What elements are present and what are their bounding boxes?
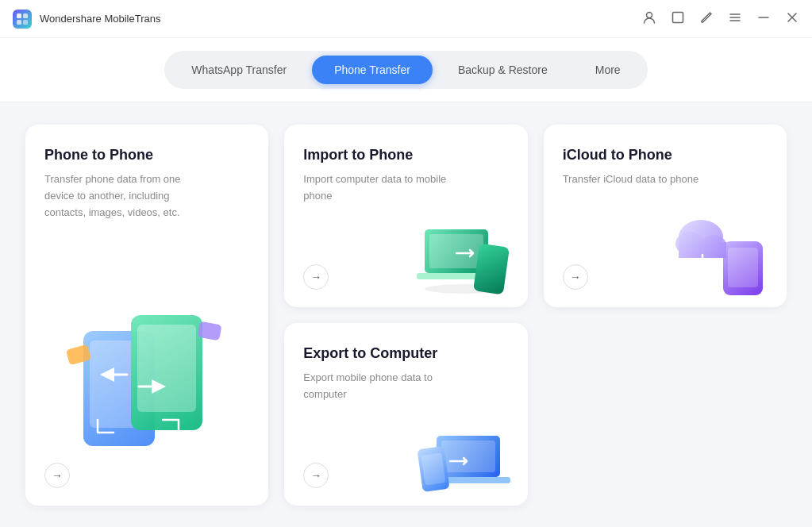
card-phone-to-phone-arrow[interactable]: → xyxy=(44,463,70,488)
card-export-to-computer[interactable]: Export to Computer Export mobile phone d… xyxy=(284,323,527,506)
empty-cell xyxy=(544,323,787,506)
profile-icon[interactable] xyxy=(642,10,656,27)
svg-rect-3 xyxy=(23,20,28,25)
title-bar: Wondershare MobileTrans xyxy=(0,0,812,38)
phone-to-phone-illustration xyxy=(60,299,234,458)
svg-rect-5 xyxy=(673,13,683,23)
window-icon[interactable] xyxy=(671,10,685,27)
card-icloud-arrow[interactable]: → xyxy=(563,264,588,290)
svg-rect-33 xyxy=(421,452,445,485)
window-controls xyxy=(642,10,799,27)
tab-phone[interactable]: Phone Transfer xyxy=(312,56,433,84)
menu-icon[interactable] xyxy=(728,10,742,27)
svg-rect-30 xyxy=(441,440,495,472)
card-icloud-title: iCloud to Phone xyxy=(563,147,768,163)
minimize-icon[interactable] xyxy=(756,10,771,27)
svg-point-4 xyxy=(647,13,652,18)
close-icon[interactable] xyxy=(785,10,799,27)
svg-rect-2 xyxy=(17,20,21,25)
icloud-illustration xyxy=(668,206,779,301)
nav-area: WhatsApp Transfer Phone Transfer Backup … xyxy=(0,38,812,102)
card-phone-to-phone-title: Phone to Phone xyxy=(44,147,249,163)
card-import-to-phone[interactable]: Import to Phone Import computer data to … xyxy=(284,125,527,307)
card-export-arrow[interactable]: → xyxy=(303,463,329,488)
app-brand: Wondershare MobileTrans xyxy=(13,10,160,29)
tab-more[interactable]: More xyxy=(573,56,643,84)
svg-rect-1 xyxy=(23,13,28,18)
tab-backup[interactable]: Backup & Restore xyxy=(436,56,570,84)
card-phone-to-phone[interactable]: Phone to Phone Transfer phone data from … xyxy=(25,125,268,506)
edit-icon[interactable] xyxy=(699,10,714,27)
svg-rect-24 xyxy=(728,248,758,287)
app-icon xyxy=(13,10,32,29)
svg-rect-15 xyxy=(137,325,196,412)
card-import-arrow[interactable]: → xyxy=(303,264,329,290)
card-import-desc: Import computer data to mobile phone xyxy=(303,171,446,205)
tab-whatsapp[interactable]: WhatsApp Transfer xyxy=(169,56,309,84)
card-icloud-desc: Transfer iCloud data to phone xyxy=(563,171,706,188)
svg-rect-20 xyxy=(429,234,483,268)
card-phone-to-phone-desc: Transfer phone data from one device to a… xyxy=(44,171,187,221)
main-content: Phone to Phone Transfer phone data from … xyxy=(0,102,812,527)
export-illustration xyxy=(409,404,520,499)
nav-tabs: WhatsApp Transfer Phone Transfer Backup … xyxy=(164,51,647,89)
svg-rect-0 xyxy=(17,13,21,18)
card-icloud-to-phone[interactable]: iCloud to Phone Transfer iCloud data to … xyxy=(544,125,787,307)
app-title: Wondershare MobileTrans xyxy=(40,13,160,25)
card-import-title: Import to Phone xyxy=(303,147,508,163)
card-export-desc: Export mobile phone data to computer xyxy=(303,370,446,403)
card-export-title: Export to Computer xyxy=(303,345,508,362)
import-illustration xyxy=(409,206,520,301)
